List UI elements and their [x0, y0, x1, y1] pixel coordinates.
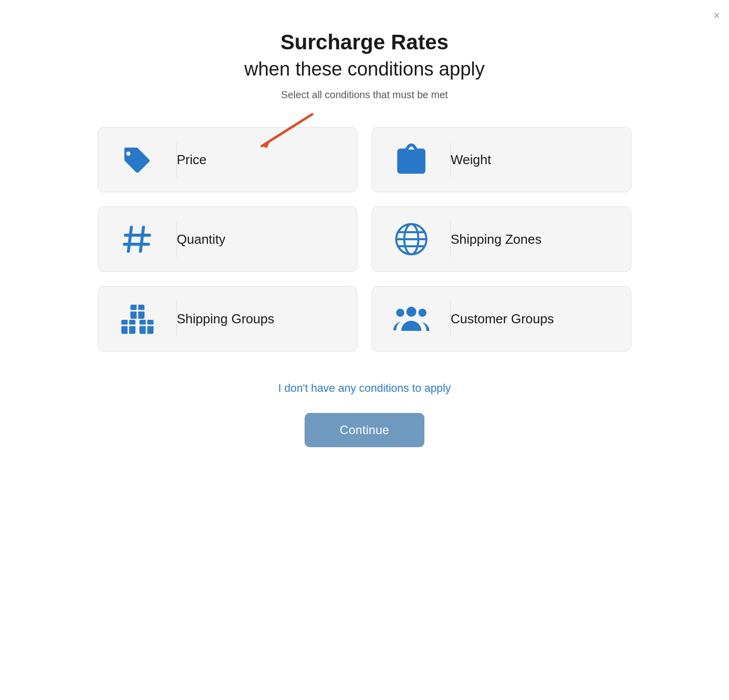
- shipping-groups-card[interactable]: Shipping Groups: [98, 286, 357, 352]
- price-card-wrapper: Price: [98, 127, 357, 192]
- quantity-card[interactable]: Quantity: [98, 206, 357, 272]
- weight-icon: [395, 143, 427, 177]
- shipping-groups-label: Shipping Groups: [176, 301, 357, 337]
- no-conditions-link[interactable]: I don't have any conditions to apply: [278, 382, 451, 395]
- page-description: Select all conditions that must be met: [281, 89, 448, 101]
- page-container: Surcharge Rates when these conditions ap…: [88, 30, 641, 447]
- hash-icon: [121, 223, 154, 255]
- weight-label: Weight: [450, 142, 631, 178]
- svg-point-20: [406, 307, 416, 317]
- weight-icon-area: [372, 127, 450, 192]
- page-subtitle: when these conditions apply: [244, 58, 484, 80]
- conditions-grid: Price Weight: [98, 127, 631, 352]
- customer-groups-card[interactable]: Customer Groups: [372, 286, 631, 352]
- globe-icon: [394, 222, 428, 256]
- customer-groups-icon-area: [372, 287, 450, 351]
- weight-card[interactable]: Weight: [372, 127, 631, 192]
- shipping-zones-label: Shipping Zones: [450, 222, 631, 257]
- close-icon[interactable]: ×: [713, 9, 720, 22]
- shipping-zones-card[interactable]: Shipping Zones: [372, 206, 631, 272]
- svg-line-3: [140, 227, 143, 251]
- quantity-label: Quantity: [176, 222, 357, 257]
- people-icon: [393, 303, 429, 335]
- shipping-zones-icon-area: [372, 207, 450, 271]
- price-icon-area: [98, 128, 176, 191]
- continue-button[interactable]: Continue: [305, 413, 424, 447]
- quantity-icon-area: [98, 207, 176, 271]
- svg-point-22: [418, 309, 426, 317]
- price-label: Price: [176, 142, 357, 178]
- tag-icon: [121, 144, 154, 176]
- customer-groups-label: Customer Groups: [450, 301, 631, 337]
- svg-point-21: [396, 309, 404, 317]
- shipping-groups-icon-area: [98, 287, 176, 351]
- boxes-icon: [119, 302, 156, 336]
- price-card[interactable]: Price: [98, 127, 357, 192]
- svg-line-2: [128, 227, 131, 251]
- page-title: Surcharge Rates: [280, 30, 449, 54]
